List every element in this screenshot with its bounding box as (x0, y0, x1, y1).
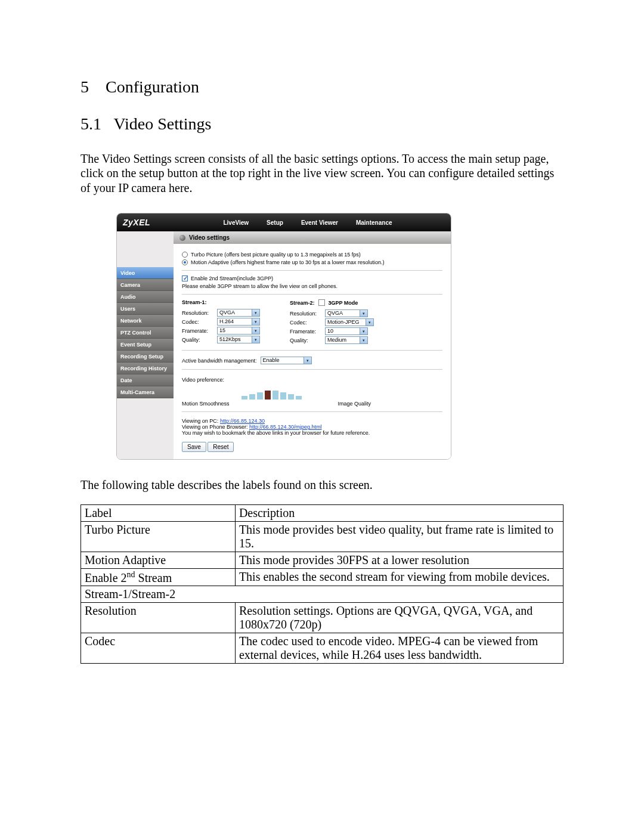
enable-2nd-stream-note: Please enable 3GPP stream to allow the l… (182, 283, 442, 289)
checkbox-3gpp-mode[interactable] (318, 299, 325, 306)
stream1-header: Stream-1: (182, 299, 260, 305)
table-cell-description: This mode provides 30FPS at a lower reso… (235, 552, 563, 568)
divider (182, 411, 442, 412)
nav-liveview[interactable]: LiveView (223, 219, 249, 226)
subsection-heading: 5.1 Video Settings (80, 114, 564, 134)
table-cell-label: Enable 2nd Stream (81, 568, 236, 586)
link-note: You may wish to bookmark the above links… (182, 430, 370, 436)
th-description: Description (235, 504, 563, 521)
checkbox-3gpp-mode-label: 3GPP Mode (329, 300, 358, 306)
sidebar-item-users[interactable]: Users (117, 303, 174, 315)
sidebar-item-multi-camera[interactable]: Multi-Camera (117, 386, 174, 398)
stream2-framerate-select[interactable]: 10 ▾ (325, 327, 368, 335)
table-row: Stream-1/Stream-2 (81, 586, 564, 603)
labels-table: Label Description Turbo PictureThis mode… (80, 504, 564, 664)
th-label: Label (81, 504, 236, 521)
subsection-title: Video Settings (114, 114, 212, 133)
pref-axis-left: Motion Smoothness (182, 401, 230, 407)
top-nav-bar: ZyXEL LiveView Setup Event Viewer Mainte… (117, 213, 451, 231)
divider (182, 369, 442, 370)
pref-bar[interactable] (288, 394, 294, 400)
stream2-quality-label: Quality: (290, 337, 323, 343)
table-header-row: Label Description (81, 504, 564, 521)
chevron-down-icon: ▾ (252, 336, 259, 343)
sidebar-item-network[interactable]: Network (117, 315, 174, 327)
link-phone[interactable]: http://66.85.124.30/mjpeg.html (249, 424, 322, 430)
sidebar-item-ptz-control[interactable]: PTZ Control (117, 327, 174, 339)
checkbox-enable-2nd-stream[interactable]: ✓ (182, 275, 188, 281)
chevron-down-icon: ▾ (360, 328, 367, 335)
pref-bar[interactable] (296, 396, 302, 400)
divider (182, 270, 442, 271)
table-row: Turbo PictureThis mode provides best vid… (81, 521, 564, 552)
table-cell-label: Codec (81, 633, 236, 664)
nav-maintenance[interactable]: Maintenance (356, 219, 392, 226)
stream1-codec-select[interactable]: H.264 ▾ (217, 318, 260, 326)
pref-bar[interactable] (280, 392, 286, 400)
link-phone-label: Viewing on Phone Browser: (182, 424, 247, 430)
pref-axis-right: Image Quality (338, 401, 371, 407)
stream1-framerate-select[interactable]: 15 ▾ (217, 327, 260, 335)
stream2-resolution-select[interactable]: QVGA ▾ (325, 309, 368, 317)
section-heading: 5 Configuration (80, 78, 564, 97)
chevron-down-icon: ▾ (252, 327, 259, 334)
sidebar-item-video[interactable]: Video (117, 267, 174, 279)
nav-setup[interactable]: Setup (267, 219, 283, 226)
chevron-down-icon: ▾ (304, 357, 311, 364)
pref-bar[interactable] (265, 391, 271, 400)
video-preference-chart[interactable] (242, 388, 442, 400)
stream2-framerate-label: Framerate: (290, 329, 323, 335)
stream1-quality-select[interactable]: 512Kbps ▾ (217, 336, 260, 343)
table-cell-description: This enables the second stream for viewi… (235, 568, 563, 586)
table-row: CodecThe codec used to encode video. MPE… (81, 633, 564, 664)
pref-bar[interactable] (242, 396, 247, 400)
table-cell-label: Motion Adaptive (81, 552, 236, 568)
link-pc[interactable]: http://66.85.124.30 (220, 418, 265, 424)
abm-select[interactable]: Enable ▾ (261, 357, 312, 364)
radio-turbo-picture-label: Turbo Picture (offers best picture quali… (191, 252, 361, 258)
intro-text: The Video Settings screen consists of al… (80, 151, 564, 195)
sidebar: Video Camera Audio Users Network PTZ Con… (117, 231, 174, 459)
stream1-resolution-label: Resolution: (182, 310, 215, 316)
panel-title: Video settings (189, 234, 230, 241)
radio-motion-adaptive[interactable] (182, 259, 188, 265)
subsection-number: 5.1 (80, 114, 101, 133)
table-cell-description: This mode provides best video quality, b… (235, 521, 563, 552)
table-cell-label: Stream-1/Stream-2 (81, 586, 564, 603)
sidebar-item-date[interactable]: Date (117, 374, 174, 386)
pref-bar[interactable] (273, 391, 278, 400)
abm-value: Enable (263, 357, 280, 364)
screenshot-panel: ZyXEL LiveView Setup Event Viewer Mainte… (116, 213, 451, 460)
reset-button[interactable]: Reset (208, 442, 234, 452)
pref-bar[interactable] (257, 392, 263, 400)
table-cell-label: Resolution (81, 603, 236, 633)
main-panel: Video settings Turbo Picture (offers bes… (174, 231, 451, 459)
sidebar-item-recording-history[interactable]: Recording History (117, 363, 174, 374)
nav-eventviewer[interactable]: Event Viewer (301, 219, 338, 226)
sidebar-item-event-setup[interactable]: Event Setup (117, 339, 174, 351)
stream2-quality-select[interactable]: Medium ▾ (325, 336, 368, 344)
link-pc-label: Viewing on PC: (182, 418, 218, 424)
pref-bar[interactable] (249, 394, 255, 400)
stream2-codec-select[interactable]: Motion-JPEG ▾ (325, 318, 374, 326)
stream2-header: Stream-2: (290, 300, 315, 306)
section-number: 5 (80, 78, 89, 96)
abm-label: Active bandwidth management: (182, 358, 257, 364)
stream1-quality-label: Quality: (182, 337, 215, 343)
sidebar-item-camera[interactable]: Camera (117, 279, 174, 291)
radio-turbo-picture[interactable] (182, 252, 188, 258)
video-preference-label: Video preference: (182, 377, 442, 383)
divider (182, 294, 442, 295)
stream1-resolution-value: QVGA (219, 309, 235, 317)
table-cell-label: Turbo Picture (81, 521, 236, 552)
save-button[interactable]: Save (182, 442, 206, 452)
table-cell-description: The codec used to encode video. MPEG-4 c… (235, 633, 563, 664)
panel-title-bar: Video settings (174, 231, 451, 244)
sidebar-item-recording-setup[interactable]: Recording Setup (117, 351, 174, 363)
table-intro: The following table describes the labels… (80, 478, 564, 492)
stream1-resolution-select[interactable]: QVGA ▾ (217, 309, 260, 317)
stream2-framerate-value: 10 (327, 327, 333, 335)
status-led-icon (179, 235, 185, 241)
chevron-down-icon: ▾ (360, 310, 367, 317)
sidebar-item-audio[interactable]: Audio (117, 291, 174, 303)
